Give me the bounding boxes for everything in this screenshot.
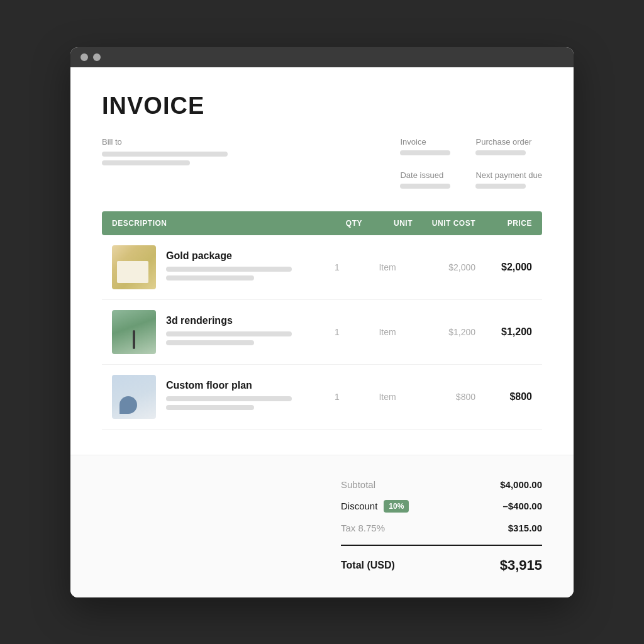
- item-text-2: 3d renderings: [166, 315, 292, 349]
- th-description: DESCRIPTION: [112, 219, 312, 228]
- date-issued-item: Date issued: [400, 170, 450, 192]
- grand-total-row: Total (USD) $3,915: [341, 552, 542, 579]
- title-bar: [70, 47, 574, 67]
- next-payment-value: [475, 184, 526, 189]
- item-desc-1: Gold package: [112, 245, 312, 289]
- item-price-3: $800: [475, 391, 532, 402]
- item-thumbnail-3: [112, 375, 156, 419]
- th-qty: QTY: [312, 219, 362, 228]
- discount-value: –$400.00: [502, 501, 542, 511]
- purchase-order-item: Purchase order: [475, 137, 542, 159]
- subtotal-row: Subtotal $4,000.00: [341, 474, 542, 495]
- bill-to-label: Bill to: [102, 137, 400, 147]
- purchase-order-value: [475, 150, 526, 155]
- grand-total-value: $3,915: [500, 557, 542, 574]
- next-payment-item: Next payment due: [475, 170, 542, 192]
- bill-to-line-1: [102, 152, 228, 157]
- tax-row: Tax 8.75% $315.00: [341, 518, 542, 538]
- total-divider: [341, 545, 542, 546]
- window-dot-2: [93, 53, 101, 61]
- item-qty-2: 1: [312, 327, 362, 337]
- subtotal-label: Subtotal: [341, 479, 375, 490]
- table-header: DESCRIPTION QTY UNIT UNIT COST PRICE: [102, 211, 542, 235]
- item-unit-cost-2: $1,200: [413, 327, 475, 337]
- item-desc-line5: [166, 396, 292, 401]
- item-unit-1: Item: [362, 262, 413, 272]
- item-desc-line3: [166, 331, 292, 336]
- invoice-number-item: Invoice: [400, 137, 450, 159]
- item-thumbnail-2: [112, 310, 156, 354]
- table-row: Gold package 1 Item $2,000 $2,000: [102, 235, 542, 300]
- next-payment-label: Next payment due: [475, 170, 542, 180]
- date-issued-label: Date issued: [400, 170, 450, 180]
- header-section: Bill to Invoice Date issued: [102, 137, 542, 192]
- items-section: Gold package 1 Item $2,000 $2,000 3d ren…: [102, 235, 542, 430]
- totals-inner: Subtotal $4,000.00 Discount 10% –$400.00…: [341, 474, 542, 579]
- item-desc-3: Custom floor plan: [112, 375, 312, 419]
- th-price: PRICE: [475, 219, 532, 228]
- item-qty-3: 1: [312, 392, 362, 402]
- discount-label: Discount 10%: [341, 500, 409, 513]
- invoice-body: INVOICE Bill to Invoice Date issued: [70, 67, 574, 455]
- date-issued-value: [400, 184, 450, 189]
- invoice-number-label: Invoice: [400, 137, 450, 147]
- grand-total-label: Total (USD): [341, 560, 395, 571]
- discount-badge: 10%: [384, 500, 409, 513]
- item-desc-line6: [166, 405, 254, 410]
- subtotal-value: $4,000.00: [500, 479, 542, 490]
- item-unit-cost-3: $800: [413, 392, 475, 402]
- table-row: 3d renderings 1 Item $1,200 $1,200: [102, 300, 542, 365]
- item-name-3: Custom floor plan: [166, 380, 292, 391]
- item-text-3: Custom floor plan: [166, 380, 292, 414]
- item-desc-line1: [166, 267, 292, 272]
- item-price-2: $1,200: [475, 326, 532, 338]
- bill-to-section: Bill to: [102, 137, 400, 192]
- tax-label: Tax 8.75%: [341, 523, 385, 533]
- item-unit-2: Item: [362, 327, 413, 337]
- tax-value: $315.00: [508, 523, 542, 533]
- app-window: INVOICE Bill to Invoice Date issued: [70, 47, 574, 597]
- totals-section: Subtotal $4,000.00 Discount 10% –$400.00…: [70, 455, 574, 597]
- th-unit: UNIT: [362, 219, 413, 228]
- item-desc-line2: [166, 275, 254, 280]
- item-name-2: 3d renderings: [166, 315, 292, 326]
- item-desc-2: 3d renderings: [112, 310, 312, 354]
- info-col-right: Purchase order Next payment due: [475, 137, 542, 192]
- item-text-1: Gold package: [166, 250, 292, 284]
- invoice-number-value: [400, 150, 450, 155]
- invoice-meta: Invoice Date issued Purchase order Next …: [400, 137, 542, 192]
- discount-row: Discount 10% –$400.00: [341, 495, 542, 518]
- item-name-1: Gold package: [166, 250, 292, 262]
- item-unit-3: Item: [362, 392, 413, 402]
- item-qty-1: 1: [312, 262, 362, 272]
- table-row: Custom floor plan 1 Item $800 $800: [102, 365, 542, 430]
- item-thumbnail-1: [112, 245, 156, 289]
- info-col-left: Invoice Date issued: [400, 137, 450, 192]
- bill-to-line-2: [102, 160, 190, 165]
- invoice-title: INVOICE: [102, 92, 542, 119]
- item-desc-line4: [166, 340, 254, 345]
- th-unit-cost: UNIT COST: [413, 219, 475, 228]
- item-unit-cost-1: $2,000: [413, 262, 475, 272]
- item-price-1: $2,000: [475, 262, 532, 273]
- window-dot-1: [80, 53, 88, 61]
- purchase-order-label: Purchase order: [475, 137, 542, 147]
